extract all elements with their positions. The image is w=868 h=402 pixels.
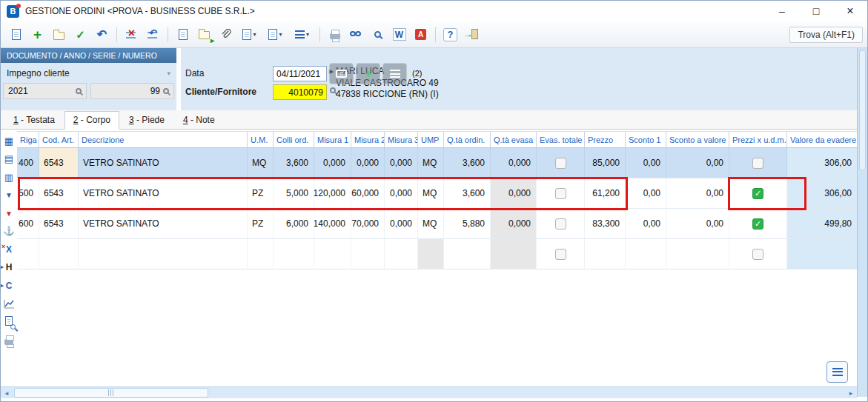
cell-valore-da-evadere[interactable] [787, 239, 858, 269]
scrollbar-track[interactable] [13, 387, 845, 398]
chart-icon[interactable] [1, 297, 17, 310]
numero-field[interactable]: 99 [90, 83, 174, 99]
cell-prezzo[interactable] [585, 239, 626, 269]
add-contact-button[interactable]: + [356, 63, 380, 84]
column-header[interactable]: Sconto 1 [626, 132, 666, 147]
cell-sconto-valore[interactable] [666, 239, 729, 269]
column-header[interactable]: Evas. totale [537, 132, 585, 147]
copy-document-button[interactable] [173, 25, 193, 44]
evas-totale-checkbox[interactable] [555, 188, 566, 199]
cell-qta-ordinata[interactable]: 5,880 [444, 209, 491, 238]
cell-descrizione[interactable]: VETRO SATINATO [79, 148, 248, 178]
minimize-icon[interactable]: – [765, 1, 799, 21]
cell-cod-art[interactable]: 6543 [39, 178, 79, 208]
c-command-icon[interactable]: C [1, 279, 17, 292]
search-icon[interactable] [163, 88, 169, 94]
cell-qta-evasa[interactable] [491, 239, 537, 269]
date-field[interactable]: 04/11/2021 [273, 66, 327, 81]
cell-qta-evasa[interactable]: 0,000 [491, 178, 537, 208]
export-word-button[interactable]: W [389, 25, 409, 44]
scroll-left-icon[interactable]: ◂ [1, 387, 13, 398]
vertical-scrollbar[interactable] [857, 48, 867, 397]
anno-field[interactable]: 2021 [3, 83, 87, 99]
cell-misura2[interactable]: 60,000 [351, 178, 385, 208]
column-header[interactable]: Cod. Art. [39, 132, 79, 147]
cell-riga[interactable] [17, 239, 39, 269]
cell-colli[interactable]: 5,000 [274, 178, 314, 208]
cell-sconto-valore[interactable]: 0,00 [666, 178, 729, 208]
cell-qta-evasa[interactable]: 0,000 [491, 148, 537, 178]
filter-blue-icon[interactable]: ▼ [1, 188, 17, 201]
prezzi-udm-checkbox[interactable] [752, 188, 763, 199]
column-header[interactable]: UMP [418, 132, 444, 147]
horizontal-scrollbar[interactable]: ◂ ▸ [1, 386, 857, 398]
cell-ump[interactable]: MQ [418, 178, 444, 208]
tab-corpo[interactable]: 2 - Corpo [64, 111, 119, 130]
add-button[interactable]: + [27, 25, 47, 44]
table-row[interactable]: 400 6543 VETRO SATINATO MQ 3,600 0,000 0… [17, 148, 858, 178]
cell-misura3[interactable] [385, 239, 418, 269]
cell-descrizione[interactable]: VETRO SATINATO [79, 209, 248, 238]
cell-qta-ordinata[interactable]: 3,600 [444, 178, 491, 208]
maximize-icon[interactable]: □ [799, 1, 833, 21]
attachments-button[interactable] [216, 25, 236, 44]
cell-colli[interactable]: 6,000 [274, 209, 314, 238]
cell-misura2[interactable]: 70,000 [351, 209, 385, 238]
scroll-right-icon[interactable]: ▸ [845, 387, 857, 398]
anchor-icon[interactable]: ⚓ [1, 224, 17, 238]
cell-valore-da-evadere[interactable]: 499,80 [787, 209, 858, 238]
table-row-empty[interactable] [17, 239, 858, 269]
evas-totale-checkbox[interactable] [555, 218, 566, 230]
cell-qta-evasa[interactable]: 0,000 [491, 209, 537, 238]
cell-prezzo[interactable]: 85,000 [585, 148, 626, 178]
cell-riga[interactable]: 500 [17, 178, 39, 208]
cell-cod-art[interactable]: 6543 [39, 209, 79, 238]
cell-qta-ordinata[interactable] [444, 239, 491, 269]
cell-ump[interactable]: MQ [418, 209, 444, 238]
column-header[interactable]: Misura 3 [385, 132, 418, 147]
cell-um[interactable]: MQ [248, 148, 274, 178]
exit-button[interactable] [462, 25, 482, 44]
cell-riga[interactable]: 400 [17, 148, 39, 178]
search-icon[interactable] [76, 88, 82, 94]
cell-sconto-valore[interactable]: 0,00 [666, 148, 729, 178]
cell-cod-art[interactable]: 6543 [39, 148, 79, 178]
export-folder-button[interactable] [194, 25, 214, 44]
column-header[interactable]: Colli ord. [274, 132, 314, 147]
cell-colli[interactable] [274, 239, 314, 269]
export-pdf-button[interactable]: A [411, 25, 431, 44]
delete-x-icon[interactable]: X [1, 243, 17, 256]
grid-icon[interactable]: ▦ [1, 134, 17, 147]
cell-cod-art[interactable] [39, 239, 79, 269]
help-button[interactable]: ? [440, 25, 460, 44]
undo-button[interactable]: ↶ [92, 25, 112, 44]
cell-descrizione[interactable] [79, 239, 248, 269]
page-preview-icon[interactable] [1, 315, 17, 329]
client-code-field[interactable]: 4010079 [273, 84, 327, 100]
print-button[interactable] [325, 25, 345, 44]
cell-misura1[interactable]: 140,000 [314, 209, 351, 238]
column-header[interactable]: Misura 2 [351, 132, 385, 147]
cell-um[interactable] [248, 239, 274, 269]
tab-piede[interactable]: 3 - Piede [120, 111, 173, 130]
cell-misura1[interactable] [314, 239, 351, 269]
cell-valore-da-evadere[interactable]: 306,00 [787, 178, 858, 208]
cell-um[interactable]: PZ [248, 209, 274, 238]
column-header[interactable]: Descrizione [79, 132, 248, 147]
cell-prezzo[interactable]: 61,200 [585, 178, 626, 208]
cell-ump[interactable]: MQ [418, 148, 444, 178]
restore-row-button[interactable] [143, 25, 163, 44]
cell-prezzo[interactable]: 83,300 [585, 209, 626, 238]
cell-misura3[interactable]: 0,000 [385, 148, 418, 178]
evas-totale-checkbox[interactable] [555, 249, 566, 260]
prezzi-udm-checkbox[interactable] [752, 158, 763, 169]
delete-row-button[interactable] [122, 25, 142, 44]
column-header[interactable]: Sconto a valore [666, 132, 729, 147]
cell-riga[interactable]: 600 [17, 209, 39, 238]
cell-misura3[interactable]: 0,000 [385, 209, 418, 238]
column-header[interactable]: Q.tà evasa [491, 132, 537, 147]
cell-sconto1[interactable]: 0,00 [626, 148, 666, 178]
cell-descrizione[interactable]: VETRO SATINATO [79, 178, 248, 208]
cell-um[interactable]: PZ [248, 178, 274, 208]
evas-totale-checkbox[interactable] [555, 158, 566, 169]
